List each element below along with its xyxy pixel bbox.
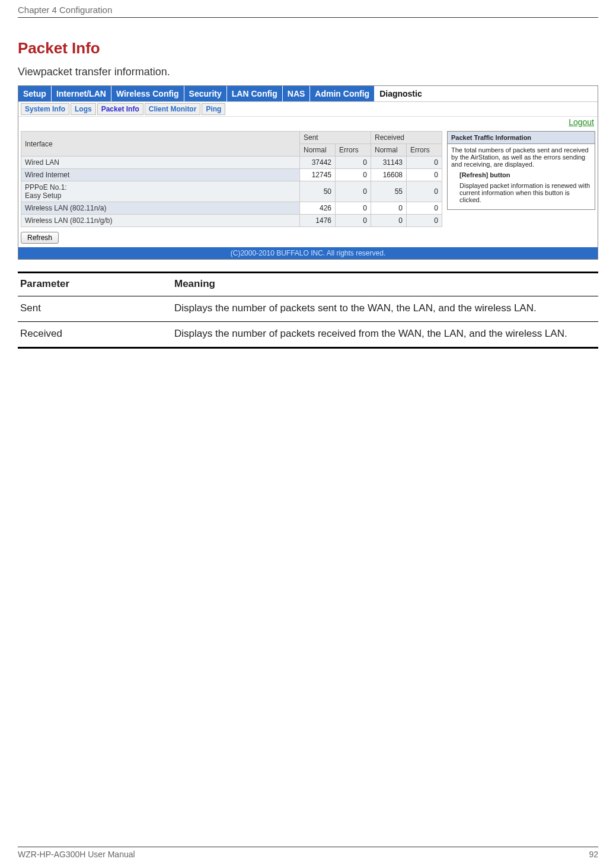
cell-sent-e: 0 [336, 215, 371, 227]
cell-sent-e: 0 [336, 157, 371, 169]
th-interface: Interface [21, 132, 300, 157]
sidebar-title: Packet Traffic Information [448, 132, 595, 144]
tab-internet-lan[interactable]: Internet/LAN [52, 86, 111, 101]
param-name: Received [18, 322, 172, 348]
cell-recv-e: 0 [407, 215, 442, 227]
cell-recv-e: 0 [407, 202, 442, 215]
tab-diagnostic[interactable]: Diagnostic [375, 86, 427, 101]
section-title: Packet Info [18, 39, 598, 58]
subtab-packet-info[interactable]: Packet Info [97, 103, 143, 115]
logout-link[interactable]: Logout [569, 117, 594, 127]
tab-admin-config[interactable]: Admin Config [310, 86, 375, 101]
admin-ui-screenshot: Setup Internet/LAN Wireless Config Secur… [18, 85, 598, 260]
cell-recv-e: 0 [407, 157, 442, 169]
cell-recv-n: 16608 [371, 169, 407, 181]
tab-setup[interactable]: Setup [18, 86, 52, 101]
copyright-bar: (C)2000-2010 BUFFALO INC. All rights res… [18, 247, 598, 259]
cell-recv-e: 0 [407, 169, 442, 181]
th-parameter: Parameter [18, 273, 172, 296]
param-meaning: Displays the number of packets received … [172, 322, 598, 348]
cell-sent-e: 0 [336, 169, 371, 181]
cell-recv-n: 55 [371, 181, 407, 202]
main-tab-row: Setup Internet/LAN Wireless Config Secur… [18, 86, 598, 102]
cell-recv-e: 0 [407, 181, 442, 202]
th-sent-errors: Errors [336, 144, 371, 157]
row-iface: PPPoE No.1: Easy Setup [21, 181, 300, 202]
footer-left: WZR-HP-AG300H User Manual [18, 850, 135, 859]
th-received: Received [371, 132, 442, 144]
row-iface: Wired LAN [21, 157, 300, 169]
th-recv-errors: Errors [407, 144, 442, 157]
tab-lan-config[interactable]: LAN Config [227, 86, 283, 101]
param-name: Sent [18, 296, 172, 322]
cell-sent-n: 426 [300, 202, 336, 215]
cell-sent-n: 1476 [300, 215, 336, 227]
parameter-meaning-table: Parameter Meaning Sent Displays the numb… [18, 272, 598, 349]
row-iface: Wireless LAN (802.11n/a) [21, 202, 300, 215]
th-recv-normal: Normal [371, 144, 407, 157]
subtab-logs[interactable]: Logs [71, 103, 96, 115]
cell-sent-n: 37442 [300, 157, 336, 169]
sidebar-intro-text: The total numbers of packets sent and re… [451, 146, 591, 168]
page-footer: WZR-HP-AG300H User Manual 92 [18, 847, 598, 859]
subtab-client-monitor[interactable]: Client Monitor [145, 103, 201, 115]
sidebar-refresh-body: Displayed packet information is renewed … [451, 182, 591, 203]
tab-security[interactable]: Security [184, 86, 227, 101]
subtab-ping[interactable]: Ping [202, 103, 225, 115]
packet-table: Interface Sent Received Normal Errors No… [21, 131, 442, 227]
cell-sent-e: 0 [336, 202, 371, 215]
cell-recv-n: 31143 [371, 157, 407, 169]
refresh-button[interactable]: Refresh [21, 232, 59, 244]
cell-sent-n: 12745 [300, 169, 336, 181]
th-sent: Sent [300, 132, 371, 144]
row-iface: Wired Internet [21, 169, 300, 181]
sidebar-refresh-heading: [Refresh] button [459, 171, 510, 178]
param-meaning: Displays the number of packets sent to t… [172, 296, 598, 322]
cell-sent-e: 0 [336, 181, 371, 202]
th-meaning: Meaning [172, 273, 598, 296]
sub-tab-row: System Info Logs Packet Info Client Moni… [18, 102, 598, 117]
cell-recv-n: 0 [371, 202, 407, 215]
cell-recv-n: 0 [371, 215, 407, 227]
tab-nas[interactable]: NAS [283, 86, 311, 101]
row-iface: Wireless LAN (802.11n/g/b) [21, 215, 300, 227]
footer-page-number: 92 [589, 850, 598, 859]
help-sidebar: Packet Traffic Information The total num… [447, 131, 595, 210]
section-subtitle: Viewpacket transfer information. [18, 66, 598, 78]
page-header: Chapter 4 Configuration [18, 0, 598, 18]
cell-sent-n: 50 [300, 181, 336, 202]
tab-wireless-config[interactable]: Wireless Config [111, 86, 184, 101]
th-sent-normal: Normal [300, 144, 336, 157]
subtab-system-info[interactable]: System Info [21, 103, 69, 115]
